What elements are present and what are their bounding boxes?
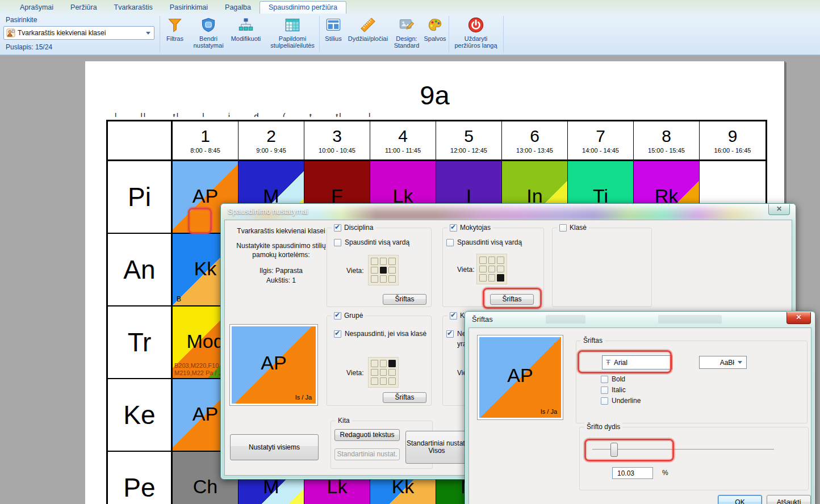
position-cell[interactable] <box>371 258 378 265</box>
position-cell[interactable] <box>380 369 387 376</box>
class-checkbox[interactable] <box>559 224 567 232</box>
position-cell[interactable] <box>488 274 496 282</box>
subject-font-button[interactable]: Šriftas <box>383 294 426 305</box>
defaults-button[interactable]: Standartiniai nustat. <box>334 448 400 460</box>
font-preview-subject: AP <box>479 364 561 387</box>
position-grid[interactable] <box>476 254 507 284</box>
position-cell[interactable] <box>388 369 396 376</box>
cancel-button[interactable]: Atšaukti <box>767 495 811 504</box>
position-cell[interactable] <box>371 275 378 283</box>
tab-pagalba[interactable]: Pagalba <box>216 2 260 14</box>
card-preview-group: Is / Ja <box>295 394 312 401</box>
position-cell[interactable] <box>388 258 396 265</box>
column-header: 18:00 - 8:45 <box>173 121 239 161</box>
position-cell[interactable] <box>479 257 487 264</box>
group-checkbox[interactable] <box>334 312 341 320</box>
position-cell[interactable] <box>479 274 487 282</box>
filter-button[interactable]: Filtras <box>162 15 187 54</box>
funnel-icon <box>167 16 183 34</box>
font-sample-dropdown[interactable]: AaBł <box>699 356 747 369</box>
position-cell[interactable] <box>371 267 378 274</box>
position-cell[interactable] <box>497 257 504 264</box>
tab-per-i-ra[interactable]: Peržiūra <box>62 2 106 14</box>
picture-pencil-icon <box>399 16 415 34</box>
close-preview-button[interactable]: Uždaryti peržiūros langą <box>451 15 501 54</box>
room-skip-checkbox[interactable] <box>446 330 454 338</box>
italic-checkbox[interactable] <box>601 387 608 394</box>
set-all-button[interactable]: Nustatyti visiems <box>230 434 319 460</box>
position-cell[interactable] <box>380 267 387 274</box>
palette-icon <box>427 16 443 34</box>
position-cell[interactable] <box>388 377 396 385</box>
position-cell[interactable] <box>380 258 387 265</box>
schedule-type-combobox[interactable]: Tvarkaraštis kiekvienai klasei <box>3 26 154 40</box>
subject-checkbox[interactable] <box>334 224 341 232</box>
tab-apra-ymai[interactable]: Aprašymai <box>11 2 62 14</box>
group-skip-checkbox[interactable] <box>334 330 341 338</box>
sizes-widths-button[interactable]: Dydžiai/pločiai <box>346 15 390 54</box>
tab-pasirinkimai[interactable]: Pasirinkimai <box>161 2 216 14</box>
ribbon: AprašymaiPeržiūraTvarkaraštisPasirinkima… <box>0 0 820 55</box>
position-cell[interactable] <box>380 360 387 367</box>
card-preview: AP Is / Ja <box>229 324 318 406</box>
position-cell[interactable] <box>380 377 387 385</box>
column-header: 815:00 - 15:45 <box>634 121 700 161</box>
annotation-cell-highlight <box>188 208 212 234</box>
position-cell[interactable] <box>380 275 387 283</box>
ribbon-separator <box>449 16 449 52</box>
position-cell[interactable] <box>497 274 504 282</box>
position-cell[interactable] <box>388 275 396 283</box>
group-label: Grupė <box>344 312 363 320</box>
position-label: Vieta: <box>346 369 363 377</box>
position-grid[interactable] <box>368 357 399 388</box>
ghost-artifact <box>658 315 722 324</box>
ok-button[interactable]: OK <box>718 495 762 504</box>
person-schedule-icon <box>6 28 15 37</box>
close-icon[interactable]: ✕ <box>786 312 811 324</box>
font-dialog-body: AP Is / Ja Šriftas Ŧ Arial AaBł Bold Ita… <box>468 327 811 504</box>
subject-fullname-checkbox[interactable] <box>334 239 341 246</box>
position-cell[interactable] <box>371 360 378 367</box>
font-group-label: Šriftas <box>583 337 603 345</box>
position-cell[interactable] <box>488 257 496 264</box>
other-label: Kita <box>338 417 350 425</box>
font-preview-group: Is / Ja <box>541 408 557 415</box>
font-size-group-label: Šrifto dydis <box>587 423 620 431</box>
teacher-checkbox[interactable] <box>450 224 457 232</box>
font-dialog-titlebar[interactable]: Šriftas <box>465 312 815 327</box>
font-size-input[interactable]: 10.03 <box>612 467 653 479</box>
position-cell[interactable] <box>388 267 396 274</box>
ribbon-separator <box>319 16 320 52</box>
layout-icon <box>325 16 341 34</box>
position-cell[interactable] <box>497 266 504 273</box>
tab-spausdinimo-per-i-ra[interactable]: Spausdinimo peržiūra <box>260 1 346 14</box>
modify-button[interactable]: Modifikuoti <box>227 15 265 54</box>
defaults-all-button[interactable]: Standartiniai nustat. Visos <box>405 431 468 464</box>
dialog-title: Spausdinimo nustatymai <box>228 207 308 216</box>
bold-checkbox[interactable] <box>601 376 608 383</box>
position-cell[interactable] <box>388 360 396 367</box>
close-icon[interactable]: ✕ <box>768 204 790 215</box>
position-cell[interactable] <box>371 377 378 385</box>
design-button[interactable]: Design: Standard <box>392 15 421 54</box>
underline-checkbox[interactable] <box>601 397 608 405</box>
extra-columns-button[interactable]: Papildomi stulpeliai/eilutės <box>268 15 317 54</box>
column-header: 310:00 - 10:45 <box>304 121 370 161</box>
room-checkbox[interactable] <box>450 312 457 320</box>
teacher-fullname-checkbox[interactable] <box>446 239 454 246</box>
edit-texts-button[interactable]: Redaguoti tekstus <box>334 429 400 441</box>
print-settings-titlebar[interactable]: Spausdinimo nustatymai <box>221 204 796 220</box>
table-grid-icon <box>285 16 300 34</box>
style-button[interactable]: Stilius <box>321 15 345 54</box>
position-cell[interactable] <box>479 266 487 273</box>
position-cell[interactable] <box>488 266 496 273</box>
shield-icon <box>200 16 216 34</box>
ribbon-body: Pasirinkite Tvarkaraštis kiekvienai klas… <box>0 14 820 54</box>
position-cell[interactable] <box>371 369 378 376</box>
table-corner-cell <box>108 121 173 161</box>
general-settings-button[interactable]: Bendri nustatymai <box>191 15 226 54</box>
position-grid[interactable] <box>368 255 399 285</box>
tab-tvarkara-tis[interactable]: Tvarkaraštis <box>106 2 161 14</box>
colors-button[interactable]: Spalvos <box>422 15 447 54</box>
group-font-button[interactable]: Šriftas <box>383 392 426 403</box>
